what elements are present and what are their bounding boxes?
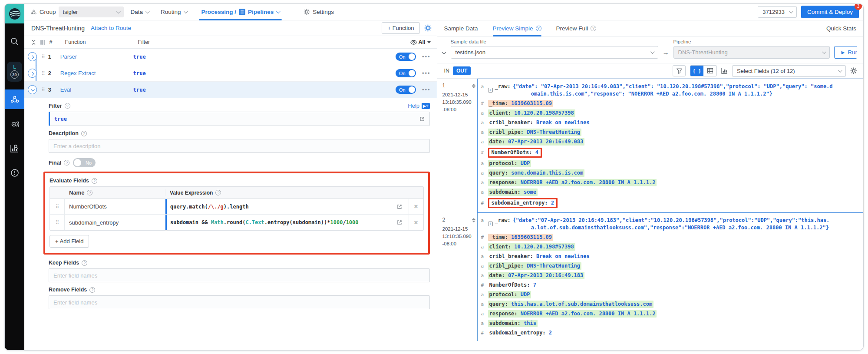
function-name-link[interactable]: Parser — [60, 53, 133, 60]
pipeline-select: DNS-ThreatHunting — [673, 46, 830, 59]
filter-expression-input[interactable]: true — [49, 112, 430, 126]
drag-handle-icon[interactable]: ⠿ — [41, 54, 45, 60]
sort-arrows-icon[interactable] — [472, 218, 475, 222]
help-circle-icon[interactable]: ? — [81, 131, 87, 136]
select-fields-dropdown[interactable]: Select Fields (12 of 12) — [732, 65, 846, 77]
event-date: 2021-12-15 — [442, 91, 475, 99]
field-name: cribl_pipe: — [489, 129, 524, 135]
event-timezone: -08:00 — [442, 240, 475, 248]
preview-settings-gear-icon[interactable] — [850, 67, 857, 74]
help-circle-icon[interactable]: ? — [87, 190, 92, 195]
final-toggle[interactable]: No — [73, 158, 96, 167]
remove-field-button[interactable]: ✕ — [409, 199, 423, 214]
tab-preview-simple[interactable]: Preview Simple ? — [493, 20, 541, 36]
visibility-filter[interactable]: All — [410, 39, 431, 45]
leader-badge[interactable]: L 39 — [7, 62, 22, 82]
help-circle-icon[interactable]: ? — [92, 178, 97, 184]
monitoring-icon[interactable] — [5, 139, 24, 158]
cribl-logo[interactable] — [5, 4, 24, 23]
expand-editor-icon[interactable] — [419, 116, 425, 122]
attach-to-route-link[interactable]: Attach to Route — [91, 25, 131, 31]
expand-function-chevron[interactable] — [28, 85, 37, 94]
expand-function-chevron[interactable] — [28, 69, 37, 78]
nav-settings[interactable]: Settings — [304, 9, 334, 15]
field-value: 1639603115.09 — [511, 100, 552, 106]
field-type-icon: a — [481, 169, 488, 177]
add-function-button[interactable]: + Function — [382, 22, 419, 34]
collapse-all-icon[interactable] — [31, 40, 36, 45]
drag-handle-icon[interactable]: ⠿ — [41, 70, 45, 76]
eye-icon — [410, 40, 417, 45]
out-toggle[interactable]: OUT — [453, 66, 471, 75]
function-name-link[interactable]: Eval — [60, 86, 133, 93]
expand-raw-icon[interactable]: + — [488, 88, 493, 93]
field-highlight: response: NOERROR +AED a2.foo.com. 28800… — [488, 179, 657, 186]
field-expression-cell[interactable]: subdomain && Math.round(C.Text.entropy(s… — [165, 215, 409, 230]
help-circle-icon[interactable]: ? — [65, 103, 70, 109]
worker-groups-icon[interactable] — [5, 89, 24, 109]
help-circle-icon[interactable]: ? — [89, 287, 95, 293]
help-circle-icon[interactable]: ? — [82, 260, 87, 266]
function-row[interactable]: ⠿ 1 Parser true On ••• — [24, 49, 437, 65]
nav-data[interactable]: Data — [131, 9, 149, 15]
table-view-icon[interactable] — [703, 66, 716, 76]
description-input[interactable] — [49, 139, 430, 153]
function-row[interactable]: ⠿ 2 Regex Extract true On ••• — [24, 65, 437, 82]
run-button[interactable]: ▶ Run — [835, 46, 857, 58]
nav-processing-pipelines[interactable]: Processing / Pipelines — [199, 4, 282, 20]
function-more-menu[interactable]: ••• — [422, 86, 431, 93]
sample-data-file-select[interactable]: testdns.json — [451, 46, 658, 59]
field-name: NumberOfDots: — [492, 149, 532, 155]
collapse-panel-icon[interactable] — [442, 52, 446, 55]
search-icon[interactable] — [5, 32, 24, 50]
drag-handle-icon[interactable]: ⠿ — [50, 215, 65, 230]
remove-fields-input[interactable] — [49, 295, 430, 309]
function-name-link[interactable]: Regex Extract — [60, 70, 133, 76]
in-toggle[interactable]: IN — [444, 68, 450, 74]
drag-handle-icon[interactable]: ⠿ — [41, 87, 45, 93]
notifications-icon[interactable] — [5, 164, 24, 182]
drag-handle-icon[interactable]: ⠿ — [50, 199, 65, 214]
field-highlight: _time: 1639603115.09 — [488, 234, 554, 241]
json-view-icon[interactable]: { } — [690, 66, 703, 76]
function-row[interactable]: ⠿ 3 Eval true On ••• — [24, 82, 437, 98]
column-filter: Filter — [138, 39, 150, 45]
group-select[interactable]: tsigler — [59, 7, 124, 17]
field-name-cell[interactable]: NumberOfDots — [65, 199, 165, 214]
expand-editor-icon[interactable] — [394, 204, 405, 210]
event-gutter: 2 2021-12-15 13:18:35.090 -08:00 — [437, 213, 477, 341]
event-field-row: a date: 07-Apr-2013 20:16:49.183 — [481, 271, 860, 280]
filter-events-icon[interactable] — [673, 65, 686, 76]
field-name-cell[interactable]: subdomain_entropy — [65, 215, 165, 230]
sort-arrows-icon[interactable] — [472, 84, 475, 88]
function-more-menu[interactable]: ••• — [422, 70, 431, 76]
columns-icon[interactable] — [40, 40, 45, 45]
add-field-button[interactable]: + Add Field — [50, 235, 89, 248]
group-icon — [30, 9, 37, 15]
field-value: 07-Apr-2013 20:16:49.083 — [508, 139, 583, 145]
help-circle-icon[interactable]: ? — [215, 190, 221, 195]
function-on-toggle[interactable]: On — [396, 86, 416, 94]
help-link[interactable]: Help ▶? — [408, 103, 429, 109]
field-type-icon: a — [481, 310, 488, 318]
pipeline-settings-gear-icon[interactable] — [424, 24, 432, 32]
expand-editor-icon[interactable] — [394, 219, 405, 225]
function-more-menu[interactable]: ••• — [422, 53, 431, 60]
version-select[interactable]: 3712933 — [758, 6, 797, 18]
help-circle-icon[interactable]: ? — [64, 160, 69, 165]
expand-function-chevron[interactable] — [28, 52, 37, 61]
tab-sample-data[interactable]: Sample Data — [444, 20, 478, 36]
nav-routing[interactable]: Routing — [161, 9, 187, 15]
remove-field-button[interactable]: ✕ — [409, 215, 423, 230]
sources-icon[interactable] — [5, 115, 24, 133]
function-on-toggle[interactable]: On — [396, 69, 416, 77]
keep-fields-input[interactable] — [49, 268, 430, 282]
function-on-toggle[interactable]: On — [396, 53, 416, 61]
expand-raw-icon[interactable]: + — [488, 222, 493, 226]
tab-quick-stats[interactable]: Quick Stats — [826, 20, 856, 36]
commit-deploy-button[interactable]: Commit & Deploy 3 — [801, 6, 859, 18]
field-expression-cell[interactable]: query.match(/\./g).length — [165, 199, 409, 214]
chart-view-icon[interactable] — [721, 68, 728, 74]
tab-preview-full[interactable]: Preview Full ? — [556, 20, 597, 36]
view-mode-segmented-control: { } — [690, 65, 717, 76]
